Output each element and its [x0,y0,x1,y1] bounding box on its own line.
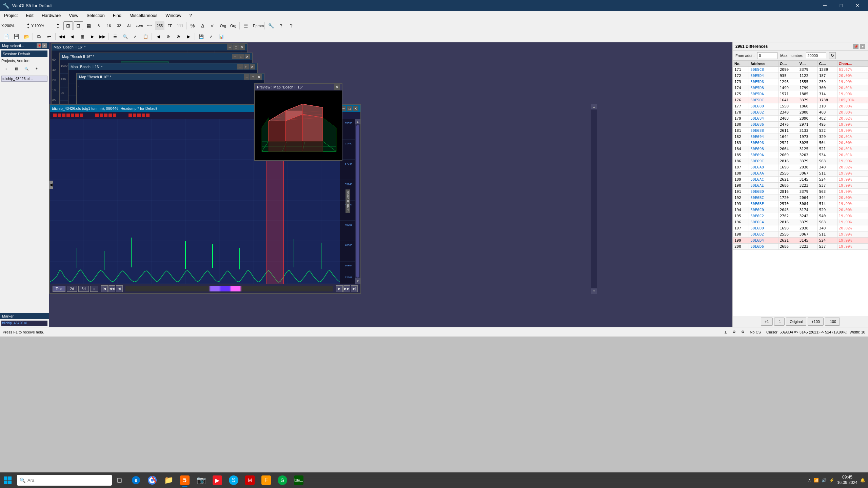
max-number-input[interactable] [806,52,826,59]
menu-hardware[interactable]: Hardware [38,12,65,19]
marker-item[interactable]: tdichip_43426.ol... [1,321,47,326]
outer-scroll-up[interactable]: ▲ [591,104,597,109]
preview-close[interactable]: ✕ [334,84,340,90]
tb-save-btn[interactable]: 💾 [12,32,21,41]
tb-copy-btn[interactable]: ⧉ [34,32,44,41]
taskbar-winols[interactable]: 5 [177,472,193,488]
maximize-button[interactable]: □ [833,0,849,11]
tb-x1-btn[interactable]: ×1 [208,21,218,30]
taskbar-explorer[interactable]: 📁 [161,472,176,488]
map-close-4[interactable]: ✕ [256,74,262,80]
tray-expand[interactable]: ∧ [808,478,811,483]
tb-save2-btn[interactable]: 💾 [196,32,206,41]
zoom-y-up[interactable]: ▲ [56,22,60,26]
hex-nav-next[interactable]: ▶ [336,285,343,292]
tb-compare3-btn[interactable]: ⊗ [174,32,183,41]
outer-scroll-down[interactable]: ▼ [591,288,597,294]
tb-help3-btn[interactable]: ? [287,21,296,30]
zoom-y-down[interactable]: ▼ [56,26,60,29]
table-row[interactable]: 189 50E6AC 2621 3145 524 19,99% [733,177,868,183]
hex-nav-first[interactable]: |◀ [101,285,108,292]
tb-rows-btn[interactable]: 16 [104,21,114,30]
hex-tab-eq[interactable]: = [90,286,98,292]
hex-nav-next2[interactable]: ▶▶ [343,285,350,292]
table-row[interactable]: 197 50E6D0 1698 2038 340 20,02% [733,225,868,231]
tb-table-btn[interactable]: ▦ [84,21,93,30]
taskbar-anydesk[interactable]: ▶ [210,472,225,488]
menu-project[interactable]: Project [0,12,22,19]
table-row[interactable]: 182 50E694 1644 1973 329 20,01% [733,134,868,140]
tb-eprom-btn[interactable]: Eprom [254,21,263,30]
panel-filter-btn[interactable]: 🔍 [22,64,31,73]
tb-chart-btn[interactable]: 📊 [217,32,226,41]
taskbar-chrome[interactable] [144,472,160,488]
table-row[interactable]: 184 50E698 2604 3125 521 20,01% [733,146,868,152]
hex-tab-2d[interactable]: 2d [67,286,77,292]
map-close-3[interactable]: ✕ [250,64,255,69]
menu-view[interactable]: View [65,12,82,19]
table-row[interactable]: 176 50E5DC 1641 3379 1738 105,91% [733,97,868,103]
clock[interactable]: 09:45 16.09.2024 [837,475,857,485]
table-row[interactable]: 199 50E6D4 2621 3145 524 19,99% [733,238,868,244]
notification-btn[interactable]: 🔔 [860,478,865,483]
table-row[interactable]: 190 50E6AE 2686 3223 537 19,99% [733,183,868,189]
hexdump-maximize[interactable]: □ [347,106,352,111]
table-row[interactable]: 174 50E5D8 1499 1799 300 20,01% [733,85,868,91]
tb-list-btn[interactable]: ☰ [110,32,120,41]
tb-compare2-btn[interactable]: ⊕ [163,32,173,41]
tb-cols-btn[interactable]: 8 [94,21,103,30]
sub1-btn[interactable]: -1 [774,318,785,326]
tb-check-btn[interactable]: ✓ [131,32,140,41]
panel-close-btn[interactable]: ✕ [42,43,47,48]
tb-org-btn[interactable]: Org [218,21,228,30]
table-row[interactable]: 179 50E684 2408 2890 482 20,02% [733,116,868,122]
table-row[interactable]: 183 50E696 2521 3025 504 20,00% [733,140,868,146]
table-row[interactable]: 191 50E6B0 2816 3379 563 19,99% [733,189,868,195]
tb-table3-btn[interactable]: 📋 [141,32,150,41]
tb-help2-btn[interactable]: ? [276,21,286,30]
tb-delta-btn[interactable]: Δ [198,21,208,30]
table-row[interactable]: 172 50E5D4 935 1122 187 20,00% [733,73,868,79]
panel-sort-btn[interactable]: ↕ [1,64,11,73]
original-btn[interactable]: Original [786,318,806,326]
table-row[interactable]: 188 50E6AA 2556 3067 511 19,99% [733,170,868,177]
refresh-btn[interactable]: ↻ [829,52,836,59]
hex-tab-text[interactable]: Text [53,286,65,292]
map-maximize-2[interactable]: □ [238,54,244,59]
start-button[interactable] [0,472,16,488]
taskbar-camera[interactable]: 📷 [193,472,209,488]
close-button[interactable]: ✕ [850,0,865,11]
hex-nav-prev[interactable]: ◀ [116,285,123,292]
table-row[interactable]: 195 50E6C2 2702 3242 540 19,99% [733,213,868,219]
hex-nav-last[interactable]: ▶| [351,285,358,292]
taskbar-skype[interactable]: S [226,472,241,488]
tb-255-btn[interactable]: 255 [155,21,164,30]
table-row[interactable]: 194 50E6C0 2645 3174 529 20,00% [733,207,868,213]
zoom-x-up[interactable]: ▲ [26,22,31,26]
tb-all-btn[interactable]: All [124,21,134,30]
table-row[interactable]: 173 50E5D6 1296 1555 259 19,99% [733,79,868,85]
add1-btn[interactable]: +1 [761,318,773,326]
map-minimize-4[interactable]: ─ [244,74,250,80]
map-close-1[interactable]: ✕ [239,44,245,50]
map-minimize-1[interactable]: ─ [227,44,233,50]
tb-pct-btn[interactable]: % [188,21,197,30]
file-item[interactable]: tdichip_43426.ol... [1,76,47,82]
tb-compare-btn[interactable]: ⇌ [44,32,54,41]
table-row[interactable]: 175 50E5DA 1571 1885 314 19,99% [733,91,868,97]
hex-tab-3d[interactable]: 3d [78,286,88,292]
table-row[interactable]: 187 50E6A8 1698 2038 340 20,02% [733,164,868,170]
diff-close-btn[interactable]: ▾ [860,44,865,49]
minimize-button[interactable]: ─ [817,0,833,11]
table-row[interactable]: 171 50E5C8 2090 3379 1289 61,67% [733,67,868,73]
hex-scroll-track[interactable] [125,286,333,291]
sidebar-toggle[interactable]: ◀ [49,181,53,189]
tb-right-btn[interactable]: ▶ [184,32,193,41]
menu-window[interactable]: Window [161,12,185,19]
table-row[interactable]: 186 50E69C 2816 3379 563 19,99% [733,158,868,164]
tb-v-btn[interactable]: ✓ [206,32,216,41]
tb-32-btn[interactable]: 32 [114,21,124,30]
tb-table2-btn[interactable]: ▦ [77,32,87,41]
table-row[interactable]: 196 50E6C4 2816 3379 563 19,99% [733,219,868,225]
map-maximize-3[interactable]: □ [243,64,249,69]
